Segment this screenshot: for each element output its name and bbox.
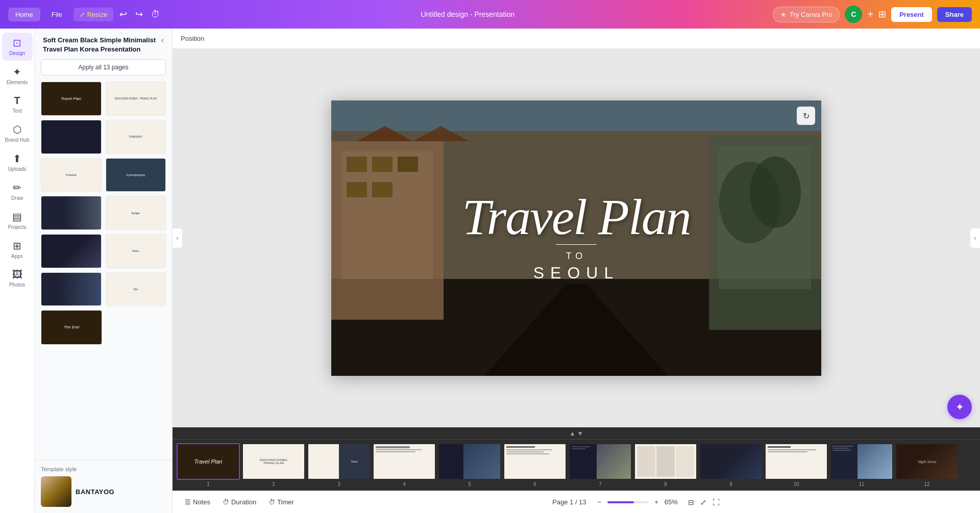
filmstrip-num-7: 7: [599, 481, 602, 487]
filmstrip-slide-9[interactable]: 9: [699, 443, 763, 487]
filmstrip-slide-10[interactable]: 10: [765, 443, 828, 487]
position-bar: Position: [173, 29, 980, 49]
redo-button[interactable]: ↪: [133, 7, 145, 22]
slide-thumb-3[interactable]: [41, 120, 102, 154]
page-indicator: Page 1 / 13: [552, 498, 586, 506]
resize-button[interactable]: ⤢ Resize: [74, 8, 114, 21]
undo-button[interactable]: ↩: [117, 7, 129, 22]
try-canva-pro-button[interactable]: ★ Try Canva Pro: [773, 7, 840, 22]
filmstrip-slide-11[interactable]: 11: [830, 443, 893, 487]
template-style-label: Template style: [41, 466, 166, 472]
sidebar-icons: ⊡ Design ✦ Elements T Text ⬡ Brand Hub ⬆…: [0, 29, 35, 513]
apply-all-button[interactable]: Apply all 13 pages: [41, 59, 166, 75]
to-text: TO: [566, 251, 587, 262]
slide-thumb-6[interactable]: Gyeongbokgung: [106, 158, 166, 192]
sidebar-label-draw: Draw: [11, 195, 23, 201]
present-button[interactable]: Present: [891, 7, 932, 22]
slide-thumb-5[interactable]: Schedule: [41, 158, 102, 192]
slide-thumb-8[interactable]: Budget: [106, 196, 166, 230]
slide-thumb-1[interactable]: Travel Plan: [41, 82, 102, 116]
zoom-slider[interactable]: [607, 501, 648, 503]
slide-thumb-4[interactable]: ITINERARY: [106, 120, 166, 154]
timer-icon-btn[interactable]: ⏱: [149, 7, 162, 22]
filmstrip-slide-3[interactable]: Seoul 3: [307, 443, 371, 487]
topbar-right: ★ Try Canva Pro C + ⊞ Present Share: [773, 6, 972, 23]
sidebar-label-apps: Apps: [11, 253, 23, 260]
canvas-area: Position ‹: [173, 29, 980, 513]
slide-thumb-12[interactable]: Tips: [106, 272, 166, 306]
sidebar-label-text: Text: [12, 108, 21, 114]
uploads-icon: ⬆: [13, 152, 21, 165]
fullscreen-button[interactable]: ⛶: [710, 496, 722, 508]
grid-view-button[interactable]: ⊟: [686, 496, 696, 508]
filmstrip-slide-2[interactable]: DISCOVER KOREATRAVEL PLAN 2: [242, 443, 305, 487]
home-button[interactable]: Home: [8, 8, 40, 21]
sidebar-item-uploads[interactable]: ⬆ Uploads: [2, 148, 33, 176]
duration-button[interactable]: ⏱ Duration: [218, 496, 260, 508]
slide-thumb-9[interactable]: [41, 234, 102, 268]
document-title: Untitled design - Presentation: [421, 10, 514, 18]
sidebar-item-elements[interactable]: ✦ Elements: [2, 62, 33, 90]
filmstrip-thumb-8: [634, 443, 697, 480]
slides-row-5: Notes: [41, 234, 166, 268]
filmstrip-slide-4[interactable]: 4: [373, 443, 436, 487]
timer-button[interactable]: ⏱ Timer: [264, 496, 298, 508]
canvas-refresh-button[interactable]: ↻: [797, 107, 815, 125]
sidebar-item-apps[interactable]: ⊞ Apps: [2, 236, 33, 264]
bottom-center: Page 1 / 13 − + 65% ⊟ ⤢ ⛶: [302, 496, 972, 508]
filmstrip-thumb-9: [699, 443, 763, 480]
slide-thumb-10[interactable]: Notes: [106, 234, 166, 268]
template-style-section: Template style BANTAYOG: [35, 459, 172, 513]
avatar-button[interactable]: C: [845, 6, 862, 23]
hide-left-panel-button[interactable]: ‹: [173, 228, 183, 248]
canva-assistant-button[interactable]: ✦: [947, 395, 972, 419]
star-icon: ★: [780, 11, 787, 18]
notes-button[interactable]: ☰ Notes: [181, 496, 214, 508]
filmstrip-slide-12[interactable]: Night Seoul 12: [895, 443, 959, 487]
slide-thumb-2[interactable]: DISCOVER KOREA · TRAVEL PLAN: [106, 82, 166, 116]
duration-icon: ⏱: [223, 498, 229, 506]
draw-icon: ✏: [13, 182, 21, 194]
canvas-workspace[interactable]: ‹: [173, 49, 980, 427]
sidebar-item-photos[interactable]: 🖼 Photos: [2, 265, 33, 292]
add-collaborator-button[interactable]: +: [867, 9, 873, 20]
slides-grid: Travel Plan DISCOVER KOREA · TRAVEL PLAN: [35, 82, 172, 459]
canvas-slide[interactable]: Travel Plan TO SEOUL ↻: [331, 100, 821, 376]
filmstrip-num-4: 4: [403, 481, 406, 487]
share-options-button[interactable]: ⊞: [878, 9, 886, 20]
view-buttons: ⊟ ⤢ ⛶: [686, 496, 722, 508]
filmstrip-slide-6[interactable]: 6: [503, 443, 567, 487]
filmstrip-slide-7[interactable]: 7: [569, 443, 632, 487]
share-button[interactable]: Share: [937, 7, 972, 22]
timer-icon: ⏱: [268, 498, 275, 506]
filmstrip-slide-8[interactable]: 8: [634, 443, 697, 487]
slide-thumb-7[interactable]: [41, 196, 102, 230]
zoom-in-button[interactable]: +: [651, 497, 662, 507]
slide-thumb-13[interactable]: The End: [41, 310, 102, 344]
filmstrip-toggle[interactable]: ▲ ▼: [173, 427, 980, 440]
photos-icon: 🖼: [12, 269, 22, 280]
sidebar-item-brand-hub[interactable]: ⬡ Brand Hub: [2, 119, 33, 147]
filmstrip-thumb-4: [373, 443, 436, 480]
sidebar-item-projects[interactable]: ▤ Projects: [2, 207, 33, 235]
filmstrip-slide-5[interactable]: 5: [438, 443, 501, 487]
zoom-out-button[interactable]: −: [595, 497, 605, 507]
filmstrip-num-10: 10: [793, 481, 799, 487]
slides-row-2: ITINERARY: [41, 120, 166, 154]
slide-thumb-11[interactable]: [41, 272, 102, 306]
sidebar-item-text[interactable]: T Text: [2, 91, 33, 118]
slides-row-4: Budget: [41, 196, 166, 230]
travel-plan-heading: Travel Plan: [462, 194, 690, 240]
sidebar-item-design[interactable]: ⊡ Design: [2, 33, 33, 61]
left-panel-header: Soft Cream Black Simple Minimalist Trave…: [35, 29, 172, 59]
fit-view-button[interactable]: ⤢: [698, 496, 708, 508]
filmstrip-slide-1[interactable]: Travel Plan 1: [177, 443, 240, 487]
slide-content: Travel Plan TO SEOUL: [331, 100, 821, 376]
file-button[interactable]: File: [44, 8, 69, 21]
sidebar-item-draw[interactable]: ✏ Draw: [2, 177, 33, 206]
sidebar-label-uploads: Uploads: [8, 166, 27, 172]
hide-right-panel-button[interactable]: ›: [970, 228, 980, 248]
filmstrip-num-5: 5: [468, 481, 471, 487]
collapse-panel-button[interactable]: ‹: [161, 36, 164, 45]
filmstrip-num-9: 9: [729, 481, 732, 487]
